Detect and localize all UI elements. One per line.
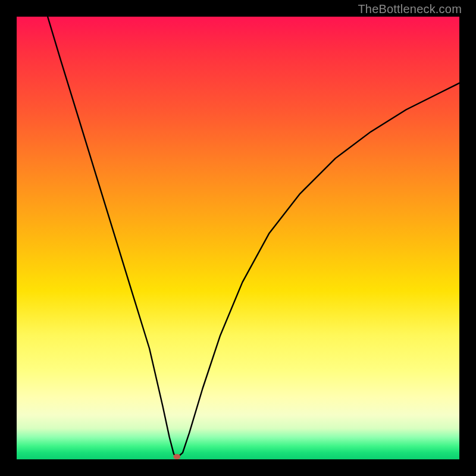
curve-layer <box>17 17 459 459</box>
curve-path <box>48 17 459 457</box>
chart-frame: TheBottleneck.com <box>0 0 476 476</box>
watermark-text: TheBottleneck.com <box>358 2 462 16</box>
plot-area <box>17 17 459 459</box>
minimum-marker <box>173 454 180 459</box>
